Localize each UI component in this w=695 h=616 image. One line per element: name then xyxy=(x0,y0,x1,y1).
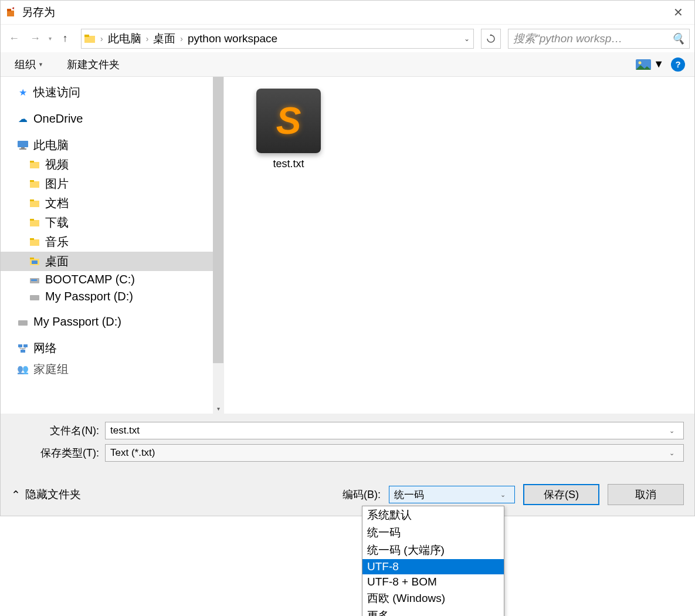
dropdown-option[interactable]: 系统默认 xyxy=(362,506,504,524)
filetype-label: 保存类型(T): xyxy=(11,446,105,460)
sidebar-item-music[interactable]: 音乐 xyxy=(1,232,223,252)
filetype-value: Text (*.txt) xyxy=(110,447,665,459)
breadcrumb-item[interactable]: 桌面 xyxy=(151,31,178,46)
chevron-right-icon: › xyxy=(98,34,106,43)
chevron-down-icon[interactable]: ⌄ xyxy=(665,427,679,435)
sidebar-item-label: 桌面 xyxy=(45,253,69,269)
scrollbar-thumb[interactable] xyxy=(213,77,223,363)
svg-rect-27 xyxy=(23,344,28,347)
dropdown-option[interactable]: 西欧 (Windows) xyxy=(362,590,504,607)
folder-icon xyxy=(29,159,40,171)
help-button[interactable]: ? xyxy=(671,57,685,72)
star-icon: ★ xyxy=(17,87,29,99)
sidebar-item-onedrive[interactable]: ☁ OneDrive xyxy=(1,110,223,127)
sidebar-item-label: My Passport (D:) xyxy=(33,315,121,329)
dropdown-option[interactable]: 统一码 xyxy=(362,524,504,541)
filename-value: test.txt xyxy=(110,425,665,436)
svg-rect-18 xyxy=(30,238,34,240)
svg-point-5 xyxy=(639,61,642,64)
sidebar-item-drive-d[interactable]: My Passport (D:) xyxy=(1,288,223,305)
folder-icon xyxy=(29,217,40,229)
svg-rect-1 xyxy=(7,9,11,11)
breadcrumb-item[interactable]: python workspace xyxy=(185,32,280,45)
sidebar: ★ 快速访问 ☁ OneDrive 此电脑 视频 图片 xyxy=(1,77,223,414)
window-title: 另存为 xyxy=(22,5,666,20)
sublime-icon: S xyxy=(256,89,321,153)
pc-icon xyxy=(17,140,29,151)
chevron-down-icon[interactable]: ⌄ xyxy=(496,491,510,499)
sidebar-item-this-pc[interactable]: 此电脑 xyxy=(1,136,223,155)
chevron-down-icon[interactable]: ⌄ xyxy=(665,449,679,457)
breadcrumb-dropdown[interactable]: ⌄ xyxy=(464,35,473,43)
svg-rect-23 xyxy=(31,279,37,281)
encoding-select[interactable]: 统一码 ⌄ xyxy=(389,486,515,503)
folder-icon xyxy=(29,256,40,268)
sidebar-item-label: 此电脑 xyxy=(33,137,69,153)
titlebar: 另存为 ✕ xyxy=(1,1,694,24)
sidebar-item-documents[interactable]: 文档 xyxy=(1,194,223,213)
file-item[interactable]: S test.txt xyxy=(248,89,330,170)
toolbar-label: 新建文件夹 xyxy=(67,57,120,72)
organize-button[interactable]: 组织 ▼ xyxy=(10,55,48,74)
dropdown-option[interactable]: 统一码 (大端序) xyxy=(362,541,504,559)
svg-rect-13 xyxy=(30,201,39,207)
chevron-right-icon: › xyxy=(144,34,151,43)
svg-rect-24 xyxy=(30,295,39,300)
sidebar-item-label: BOOTCAMP (C:) xyxy=(45,273,135,286)
back-button[interactable]: ← xyxy=(5,30,23,48)
scroll-down-icon[interactable]: ▾ xyxy=(213,403,223,414)
sidebar-item-desktop[interactable]: 桌面 xyxy=(1,252,223,271)
search-input[interactable]: 搜索"python worksp… 🔍 xyxy=(508,29,690,49)
chevron-up-icon: ⌃ xyxy=(11,488,21,502)
svg-rect-0 xyxy=(7,11,14,16)
chevron-down-icon: ▼ xyxy=(653,58,664,70)
sidebar-item-pictures[interactable]: 图片 xyxy=(1,174,223,194)
close-button[interactable]: ✕ xyxy=(666,3,690,22)
sidebar-item-label: 网络 xyxy=(33,340,57,356)
search-icon[interactable]: 🔍 xyxy=(668,32,684,45)
file-pane[interactable]: S test.txt xyxy=(223,77,694,414)
folder-icon xyxy=(29,178,40,190)
view-button[interactable]: ▼ xyxy=(636,58,664,70)
breadcrumb[interactable]: › 此电脑 › 桌面 › python workspace ⌄ xyxy=(81,29,474,49)
sidebar-item-drive-d-ext[interactable]: My Passport (D:) xyxy=(1,313,223,330)
refresh-button[interactable] xyxy=(481,29,501,49)
svg-rect-15 xyxy=(30,220,39,226)
sidebar-item-network[interactable]: 网络 xyxy=(1,339,223,358)
filename-label: 文件名(N): xyxy=(11,424,105,438)
scrollbar[interactable]: ▾ xyxy=(213,77,223,414)
sidebar-item-downloads[interactable]: 下载 xyxy=(1,213,223,232)
button-label: 保存(S) xyxy=(544,488,579,502)
sidebar-item-label: 下载 xyxy=(45,215,69,231)
dropdown-option[interactable]: UTF-8 + BOM xyxy=(362,574,504,590)
hide-folders-toggle[interactable]: ⌃ 隐藏文件夹 xyxy=(11,487,81,502)
svg-rect-20 xyxy=(30,258,34,259)
network-icon xyxy=(17,343,29,354)
forward-button[interactable]: → xyxy=(26,30,44,48)
encoding-value: 统一码 xyxy=(394,488,496,502)
dropdown-option[interactable]: 更多… xyxy=(362,607,504,616)
svg-rect-3 xyxy=(84,35,89,37)
sidebar-item-drive-c[interactable]: BOOTCAMP (C:) xyxy=(1,271,223,288)
cancel-button[interactable]: 取消 xyxy=(608,484,684,505)
filename-input[interactable]: test.txt ⌄ xyxy=(105,422,684,439)
sidebar-item-quick-access[interactable]: ★ 快速访问 xyxy=(1,83,223,102)
filetype-select[interactable]: Text (*.txt) ⌄ xyxy=(105,444,684,462)
save-button[interactable]: 保存(S) xyxy=(523,484,599,505)
dropdown-option[interactable]: UTF-8 xyxy=(362,559,504,574)
history-dropdown[interactable]: ▾ xyxy=(48,35,53,42)
up-button[interactable]: ↑ xyxy=(56,30,74,48)
svg-rect-14 xyxy=(30,199,34,201)
drive-icon xyxy=(17,316,29,328)
drive-icon xyxy=(29,274,40,286)
folder-icon xyxy=(29,198,40,209)
sidebar-item-homegroup[interactable]: 👥 家庭组 xyxy=(1,364,223,374)
new-folder-button[interactable]: 新建文件夹 xyxy=(62,55,124,74)
sidebar-item-videos[interactable]: 视频 xyxy=(1,155,223,174)
cloud-icon: ☁ xyxy=(17,113,29,125)
breadcrumb-item[interactable]: 此电脑 xyxy=(106,31,144,46)
form-area: 文件名(N): test.txt ⌄ 保存类型(T): Text (*.txt)… xyxy=(1,414,694,466)
svg-rect-12 xyxy=(30,180,34,182)
picture-icon xyxy=(636,59,651,70)
svg-rect-16 xyxy=(30,219,34,221)
